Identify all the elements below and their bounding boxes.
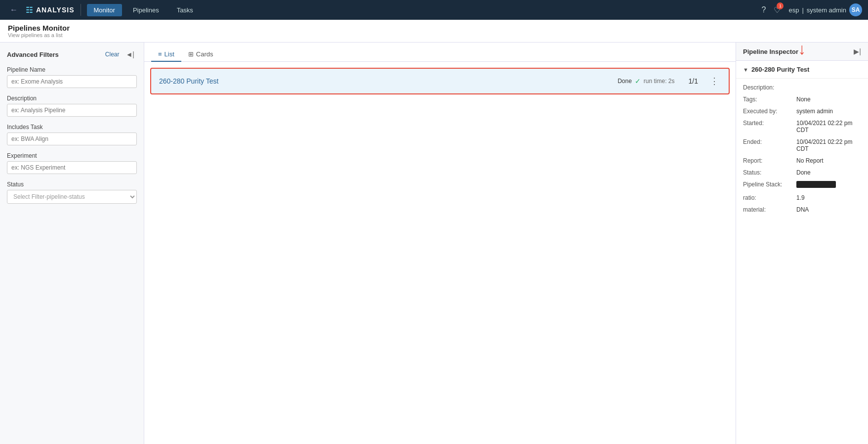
- description-key: Description:: [743, 84, 792, 91]
- includes-task-input[interactable]: [7, 133, 137, 145]
- back-button[interactable]: ←: [6, 3, 22, 16]
- stack-key: Pipeline Stack:: [743, 181, 792, 189]
- inspector-report-row: Report: No Report: [736, 155, 868, 167]
- status-check-icon: ✓: [635, 77, 641, 85]
- status-label: Done: [618, 78, 632, 85]
- inspector-tags-row: Tags: None: [736, 93, 868, 105]
- pipeline-status-area: Done ✓ run time: 2s: [618, 77, 674, 85]
- filter-experiment-label: Experiment: [7, 152, 137, 159]
- page-subtitle: View pipelines as a list: [8, 32, 860, 38]
- stack-val: [796, 181, 861, 189]
- sidebar-title: Advanced Filters: [7, 51, 59, 58]
- user-locale: esp: [788, 6, 799, 14]
- pipeline-inspector: ↓ Pipeline Inspector ▶| ▼ 260-280 Purity…: [736, 43, 868, 444]
- brand-name: ANALYSIS: [36, 6, 75, 14]
- started-val: 10/04/2021 02:22 pm CDT: [796, 120, 861, 133]
- inspector-header: Pipeline Inspector ▶|: [736, 43, 868, 61]
- inspector-expand-button[interactable]: ▶|: [854, 47, 861, 55]
- filter-description-label: Description: [7, 95, 137, 102]
- executed-by-val: system admin: [796, 108, 861, 115]
- nav-monitor-button[interactable]: Monitor: [87, 4, 122, 16]
- notifications-button[interactable]: ♡ 1: [772, 3, 783, 17]
- ratio-key: ratio:: [743, 194, 792, 201]
- inspector-started-row: Started: 10/04/2021 02:22 pm CDT: [736, 117, 868, 136]
- inspector-ended-row: Ended: 10/04/2021 02:22 pm CDT: [736, 136, 868, 155]
- nav-right-area: ? ♡ 1 esp | system admin SA: [762, 3, 862, 17]
- filter-includes-task: Includes Task: [7, 124, 137, 145]
- filter-description: Description: [7, 95, 137, 117]
- filter-includes-task-label: Includes Task: [7, 124, 137, 131]
- page-header: Pipelines Monitor View pipelines as a li…: [0, 20, 868, 43]
- description-input[interactable]: [7, 104, 137, 117]
- nav-tasks-button[interactable]: Tasks: [170, 4, 200, 16]
- inspector-pipeline-name-row: ▼ 260-280 Purity Test: [736, 61, 868, 79]
- inspector-toggle-icon[interactable]: ▼: [743, 67, 748, 73]
- inspector-description-row: Description:: [736, 82, 868, 93]
- filter-status-label: Status: [7, 181, 137, 188]
- tags-key: Tags:: [743, 96, 792, 103]
- help-button[interactable]: ?: [762, 5, 766, 14]
- pipeline-name-input[interactable]: [7, 75, 137, 88]
- notification-badge: 1: [777, 2, 784, 9]
- username: system admin: [807, 6, 846, 14]
- status-select[interactable]: Select Filter-pipeline-status: [7, 190, 137, 204]
- pipeline-count: 1/1: [689, 77, 698, 85]
- inspector-executed-by-row: Executed by: system admin: [736, 105, 868, 117]
- tab-list-label: List: [165, 50, 174, 58]
- list-tab-icon: ≡: [158, 50, 162, 58]
- run-time: run time: 2s: [644, 78, 675, 85]
- ratio-val: 1.9: [796, 194, 861, 201]
- cards-tab-icon: ⊞: [188, 50, 194, 58]
- status-field-key: Status:: [743, 169, 792, 176]
- inspector-pipeline-name: 260-280 Purity Test: [751, 66, 810, 73]
- inspector-ratio-row: ratio: 1.9: [736, 192, 868, 204]
- filter-status: Status Select Filter-pipeline-status: [7, 181, 137, 204]
- started-key: Started:: [743, 120, 792, 133]
- experiment-input[interactable]: [7, 161, 137, 174]
- filter-pipeline-name: Pipeline Name: [7, 66, 137, 88]
- filters-sidebar: Advanced Filters Clear ◄| Pipeline Name …: [0, 43, 144, 444]
- ended-val: 10/04/2021 02:22 pm CDT: [796, 138, 861, 152]
- filter-pipeline-name-label: Pipeline Name: [7, 66, 137, 73]
- pipeline-list: 260-280 Purity Test Done ✓ run time: 2s …: [144, 62, 736, 104]
- nav-divider: [81, 4, 81, 16]
- filter-experiment: Experiment: [7, 152, 137, 174]
- status-field-val: Done: [796, 169, 861, 176]
- top-navigation: ← ☷ ANALYSIS Monitor Pipelines Tasks ? ♡…: [0, 0, 868, 20]
- tab-list[interactable]: ≡ List: [151, 47, 181, 62]
- material-key: material:: [743, 206, 792, 213]
- clear-filters-button[interactable]: Clear: [105, 51, 120, 58]
- brand-icon: ☷: [26, 5, 33, 15]
- inspector-stack-row: Pipeline Stack:: [736, 178, 868, 192]
- page-title: Pipelines Monitor: [8, 24, 860, 32]
- pipeline-name: 260-280 Purity Test: [159, 77, 612, 85]
- material-val: DNA: [796, 206, 861, 213]
- main-layout: Advanced Filters Clear ◄| Pipeline Name …: [0, 43, 868, 444]
- description-val: [796, 84, 861, 91]
- pipeline-stack-bar: [796, 181, 836, 188]
- inspector-material-row: material: DNA: [736, 204, 868, 216]
- sidebar-header: Advanced Filters Clear ◄|: [7, 49, 137, 59]
- inspector-title: Pipeline Inspector: [743, 48, 798, 55]
- tags-val: None: [796, 96, 861, 103]
- tab-cards-label: Cards: [196, 50, 213, 58]
- inspector-status-row: Status: Done: [736, 167, 868, 178]
- ended-key: Ended:: [743, 138, 792, 152]
- executed-by-key: Executed by:: [743, 108, 792, 115]
- pipeline-row[interactable]: 260-280 Purity Test Done ✓ run time: 2s …: [150, 68, 730, 94]
- tab-cards[interactable]: ⊞ Cards: [181, 47, 220, 62]
- report-key: Report:: [743, 157, 792, 164]
- user-separator: |: [802, 6, 803, 14]
- brand-area: ☷ ANALYSIS: [26, 5, 75, 15]
- report-val: No Report: [796, 157, 861, 164]
- pipeline-menu-button[interactable]: ⋮: [708, 76, 721, 87]
- user-area: esp | system admin SA: [788, 3, 862, 16]
- inspector-details-table: Description: Tags: None Executed by: sys…: [736, 79, 868, 219]
- nav-pipelines-button[interactable]: Pipelines: [126, 4, 166, 16]
- main-content: ≡ List ⊞ Cards 260-280 Purity Test Done …: [144, 43, 736, 444]
- user-avatar[interactable]: SA: [849, 3, 862, 16]
- tabs-bar: ≡ List ⊞ Cards: [144, 43, 736, 62]
- sidebar-collapse-button[interactable]: ◄|: [124, 49, 137, 59]
